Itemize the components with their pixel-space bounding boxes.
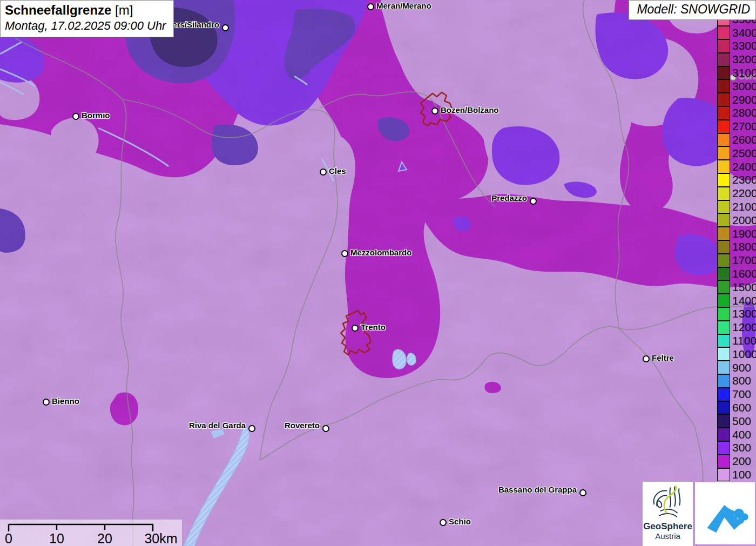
legend-entry: 500 [717,414,756,428]
scale-bar: 0 10 20 30km [0,520,182,546]
legend-entry: 2600 [717,133,756,146]
legend-color-swatch [717,53,730,66]
title-box: Schneefallgrenze [m] Montag, 17.02.2025 … [0,0,174,37]
city-dot-icon [248,425,255,432]
city-dot-icon [352,325,359,332]
legend-entry: 800 [717,374,756,388]
legend-entry: 1800 [717,240,756,254]
legend-entry: 1500 [717,280,756,294]
city-dot-icon [320,168,327,176]
city-dot-icon [367,3,374,10]
mountain-cloud-icon [701,490,749,537]
legend-entry: 2000 [717,213,756,227]
legend-color-swatch [717,280,730,294]
legend-entry: 2100 [717,200,756,213]
legend-color-swatch [717,468,730,482]
legend-entry: 2400 [717,160,756,173]
legend-color-swatch [717,321,730,334]
legend-color-swatch [717,93,730,106]
legend-entry: 2300 [717,173,756,187]
valid-datetime: Montag, 17.02.2025 09:00 Uhr [5,19,166,33]
legend-color-swatch [717,213,730,227]
city-dot-icon [341,250,348,257]
legend-entry: 3000 [717,79,756,93]
legend-entry: 1600 [717,267,756,280]
legend-color-swatch [717,307,730,321]
legend-color-swatch [717,160,730,173]
legend-color-swatch [717,294,730,307]
city-dot-icon [579,489,586,496]
legend-color-swatch [717,227,730,240]
city-dot-icon [530,198,537,205]
legend-color-swatch [717,334,730,348]
legend-entry: 2200 [717,186,756,200]
city-dot-icon [43,399,50,406]
city-dot-icon [72,113,79,120]
legend-entry: 2500 [717,146,756,160]
legend-color-swatch [717,414,730,428]
legend-color-swatch [717,374,730,388]
title-unit: [m] [111,3,133,17]
legend-entry: 2800 [717,106,756,120]
city-dot-icon [222,24,229,31]
legend-color-swatch [717,66,730,80]
legend-color-swatch [717,79,730,93]
legend-entry: 1300 [717,307,756,321]
model-box: Modell: SNOWGRID [629,0,756,20]
legend-entry: 1400 [717,294,756,307]
legend-color-swatch [717,240,730,254]
geosphere-country: Austria [655,532,680,541]
legend-entry: 3300 [717,39,756,53]
avalanche-logo-box [695,482,755,544]
legend-color-swatch [717,133,730,147]
city-dot-icon [643,355,650,362]
legend-color-swatch [717,187,730,200]
legend-color-swatch [717,39,730,53]
geosphere-name: GeoSphere [643,522,692,532]
legend-entry: 1100 [717,334,756,347]
legend-color-swatch [717,401,730,415]
legend-entry: 3400 [717,26,756,39]
legend-color-swatch [717,388,730,401]
legend-color-swatch [717,441,730,455]
legend-entry: 900 [717,361,756,374]
legend-entry: 300 [717,441,756,455]
terrain-shading [0,0,756,546]
legend-entry: 3200 [717,52,756,66]
legend-entry: 200 [717,454,756,468]
legend-entry: 600 [717,401,756,414]
legend-entry: 100 [717,468,756,481]
legend-entry: 3100 [717,66,756,79]
legend-color-swatch [717,200,730,214]
lake-levico [407,353,416,365]
weather-map [0,0,756,546]
legend-entry: 1700 [717,253,756,267]
scale-bar-graphic: 0 10 20 30km [0,520,182,546]
geosphere-contours-icon [646,482,690,523]
legend-color-swatch [717,361,730,374]
scale-label-10: 10 [49,531,64,546]
legend-entry: 1000 [717,347,756,361]
title-text: Schneefallgrenze [5,3,111,17]
legend-entry: 1200 [717,320,756,334]
legend-entry: 700 [717,387,756,401]
legend-color-swatch [717,455,730,468]
scale-label-20: 20 [97,531,112,546]
legend-color-swatch [717,106,730,120]
legend-color-swatch [717,146,730,160]
legend-entry: 1900 [717,227,756,240]
legend-entry: 2700 [717,119,756,133]
legend-color-swatch [717,428,730,441]
elevation-legend: 3500 3400 3300 3200 3100 3000 2900 2800 … [717,12,756,481]
scale-label-0: 0 [5,531,12,546]
geosphere-logo-box: GeoSphere Austria [643,482,693,546]
legend-entry: 2900 [717,93,756,106]
city-dot-icon [322,425,329,432]
legend-color-swatch [717,120,730,133]
snowgrid-map-page: Meran/Merano ers/Silandro Bormio Bozen/B… [0,0,756,546]
city-dot-icon [431,107,438,114]
city-dot-icon [440,519,447,526]
legend-color-swatch [717,254,730,267]
legend-entry: 400 [717,428,756,441]
legend-color-swatch [717,347,730,361]
